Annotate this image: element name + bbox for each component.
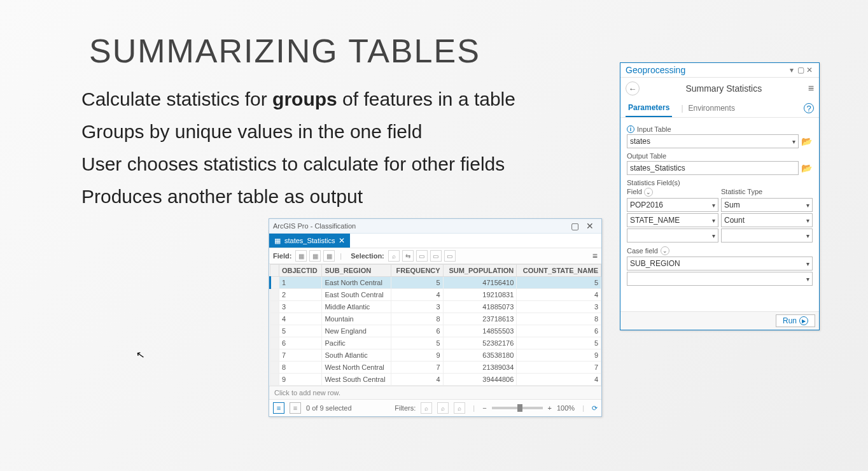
cell-countstate[interactable]: 5: [517, 277, 601, 289]
cell-objectid[interactable]: 3: [279, 301, 322, 313]
cell-frequency[interactable]: 9: [391, 349, 443, 362]
cell-frequency[interactable]: 4: [391, 289, 443, 301]
delete-field-button[interactable]: ▦: [323, 250, 335, 262]
tab-states-statistics[interactable]: ▦ states_Statistics ✕: [269, 234, 350, 248]
cell-frequency[interactable]: 5: [391, 337, 443, 349]
close-icon[interactable]: ✕: [582, 221, 598, 231]
stat-field-2[interactable]: STATE_NAME: [627, 213, 718, 227]
cell-objectid[interactable]: 2: [279, 289, 322, 301]
cell-sumpop[interactable]: 47156410: [443, 277, 517, 289]
cell-objectid[interactable]: 5: [279, 325, 322, 337]
tab-close-icon[interactable]: ✕: [339, 236, 345, 245]
tab-parameters[interactable]: Parameters: [626, 99, 672, 117]
cell-frequency[interactable]: 4: [391, 374, 443, 386]
tab-environments[interactable]: Environments: [686, 100, 738, 116]
row-handle[interactable]: [270, 337, 279, 349]
table-row[interactable]: 1 East North Central 5 47156410 5: [270, 277, 601, 289]
cell-sumpop[interactable]: 52382176: [443, 337, 517, 349]
zoom-slider[interactable]: [492, 407, 543, 409]
stat-type-3[interactable]: [721, 228, 813, 243]
show-selected-button[interactable]: ≡: [290, 402, 301, 414]
row-handle[interactable]: [270, 325, 279, 337]
filter-btn-2[interactable]: ⌕: [437, 402, 449, 414]
input-table-field[interactable]: states: [627, 134, 799, 148]
cell-frequency[interactable]: 7: [391, 362, 443, 374]
add-row-hint[interactable]: Click to add new row.: [269, 386, 601, 399]
col-countstate[interactable]: COUNT_STATE_NAME: [517, 265, 601, 277]
table-row[interactable]: 6 Pacific 5 52382176 5: [270, 337, 601, 349]
cell-objectid[interactable]: 7: [279, 349, 322, 362]
switch-selection-button[interactable]: ⇆: [402, 250, 414, 262]
cell-countstate[interactable]: 4: [517, 374, 601, 386]
table-row[interactable]: 4 Mountain 8 23718613 8: [270, 313, 601, 325]
cell-countstate[interactable]: 6: [517, 325, 601, 337]
table-row[interactable]: 9 West South Central 4 39444806 4: [270, 374, 601, 386]
cell-sumpop[interactable]: 41885073: [443, 301, 517, 313]
add-field-button[interactable]: ▦: [295, 250, 307, 262]
back-button[interactable]: ←: [626, 81, 640, 95]
delete-selected-button[interactable]: ▭: [430, 250, 442, 262]
row-handle[interactable]: [270, 313, 279, 325]
browse-output-icon[interactable]: 📂: [801, 163, 813, 173]
cell-sumpop[interactable]: 21389034: [443, 362, 517, 374]
table-row[interactable]: 7 South Atlantic 9 63538180 9: [270, 349, 601, 362]
tool-menu-icon[interactable]: ≡: [808, 83, 814, 94]
output-table-field[interactable]: states_Statistics: [627, 161, 799, 175]
cell-frequency[interactable]: 3: [391, 301, 443, 313]
pane-titlebar[interactable]: Geoprocessing ▾ ▢ ✕: [620, 63, 819, 78]
filter-btn-1[interactable]: ⌕: [421, 402, 432, 414]
cell-subregion[interactable]: New England: [322, 325, 391, 337]
refresh-icon[interactable]: ⟳: [592, 404, 598, 412]
cell-countstate[interactable]: 5: [517, 337, 601, 349]
cell-countstate[interactable]: 9: [517, 349, 601, 362]
cell-countstate[interactable]: 3: [517, 301, 601, 313]
stat-type-1[interactable]: Sum: [721, 198, 813, 212]
cell-subregion[interactable]: West South Central: [322, 374, 391, 386]
case-field-2[interactable]: [627, 272, 813, 286]
cell-subregion[interactable]: South Atlantic: [322, 349, 391, 362]
cell-subregion[interactable]: Mountain: [322, 313, 391, 325]
cell-sumpop[interactable]: 14855503: [443, 325, 517, 337]
filter-btn-3[interactable]: ⌕: [454, 402, 465, 414]
pane-float-icon[interactable]: ▢: [796, 66, 805, 74]
cell-frequency[interactable]: 6: [391, 325, 443, 337]
cell-sumpop[interactable]: 19210831: [443, 289, 517, 301]
col-subregion[interactable]: SUB_REGION: [322, 265, 391, 277]
row-handle[interactable]: [270, 349, 279, 362]
menu-icon[interactable]: ≡: [592, 251, 598, 261]
show-all-button[interactable]: ≡: [273, 402, 284, 414]
help-icon[interactable]: ?: [804, 103, 814, 113]
browse-input-icon[interactable]: 📂: [801, 136, 813, 146]
info-icon[interactable]: i: [627, 125, 634, 133]
col-sumpop[interactable]: SUM_POPULATION: [443, 265, 517, 277]
row-handle[interactable]: [270, 374, 279, 386]
zoom-out-button[interactable]: −: [482, 404, 486, 412]
stat-type-2[interactable]: Count: [721, 213, 813, 227]
casefield-expand-icon[interactable]: ⌄: [661, 246, 669, 255]
col-objectid[interactable]: OBJECTID: [279, 265, 322, 277]
cell-objectid[interactable]: 9: [279, 374, 322, 386]
pane-dropdown-icon[interactable]: ▾: [787, 66, 796, 74]
cell-subregion[interactable]: Middle Atlantic: [322, 301, 391, 313]
row-handle[interactable]: [270, 277, 279, 289]
cell-subregion[interactable]: East South Central: [322, 289, 391, 301]
cell-sumpop[interactable]: 23718613: [443, 313, 517, 325]
cell-countstate[interactable]: 8: [517, 313, 601, 325]
cell-objectid[interactable]: 6: [279, 337, 322, 349]
stat-field-3[interactable]: [627, 228, 718, 243]
col-frequency[interactable]: FREQUENCY: [391, 265, 443, 277]
cell-countstate[interactable]: 4: [517, 289, 601, 301]
select-by-attr-button[interactable]: ⌕: [388, 250, 400, 262]
stat-field-1[interactable]: POP2016: [627, 198, 718, 212]
cell-subregion[interactable]: East North Central: [322, 277, 391, 289]
table-row[interactable]: 2 East South Central 4 19210831 4: [270, 289, 601, 301]
cell-subregion[interactable]: Pacific: [322, 337, 391, 349]
case-field-1[interactable]: SUB_REGION: [627, 257, 813, 271]
cell-countstate[interactable]: 7: [517, 362, 601, 374]
clear-selection-button[interactable]: ▭: [416, 250, 428, 262]
maximize-icon[interactable]: ▢: [567, 221, 582, 231]
calculate-field-button[interactable]: ▦: [309, 250, 321, 262]
cell-subregion[interactable]: West North Central: [322, 362, 391, 374]
cell-frequency[interactable]: 8: [391, 313, 443, 325]
row-handle[interactable]: [270, 289, 279, 301]
